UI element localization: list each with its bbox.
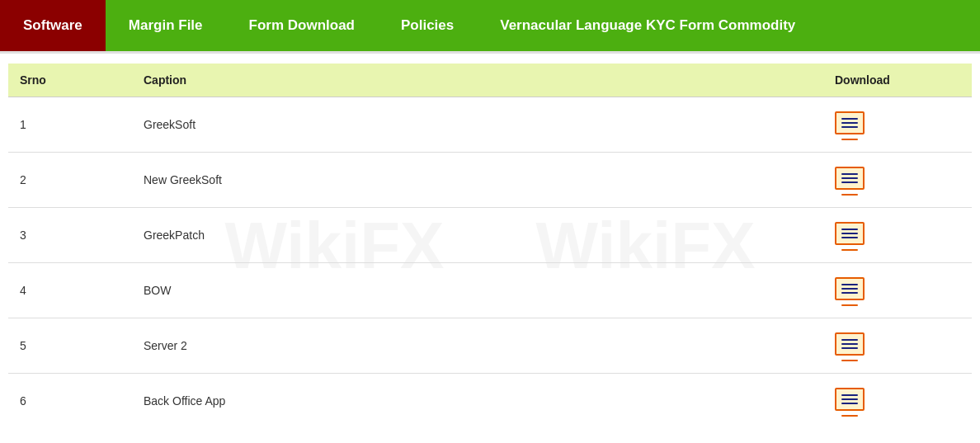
- cell-srno: 6: [8, 374, 132, 429]
- download-button[interactable]: [835, 167, 865, 196]
- cell-download: [823, 374, 972, 429]
- download-button[interactable]: [835, 222, 865, 251]
- nav-item-margin-file[interactable]: Margin File: [106, 0, 226, 51]
- col-header-caption: Caption: [132, 64, 823, 97]
- software-table: Srno Caption Download 1GreekSoft 2New Gr…: [8, 64, 972, 428]
- download-underline: [841, 304, 858, 306]
- cell-download: [823, 263, 972, 318]
- content-area: WikiFX WikiFX Srno Caption Download 1Gre…: [0, 54, 980, 438]
- download-icon: [835, 332, 865, 356]
- download-underline: [841, 249, 858, 251]
- cell-caption: Server 2: [132, 318, 823, 374]
- download-button[interactable]: [835, 277, 865, 306]
- nav-item-software[interactable]: Software: [0, 0, 106, 51]
- cell-caption: BOW: [132, 263, 823, 318]
- table-row: 5Server 2: [8, 318, 972, 374]
- cell-srno: 1: [8, 97, 132, 153]
- nav-item-policies[interactable]: Policies: [378, 0, 477, 51]
- download-icon: [835, 167, 865, 190]
- table-row: 6Back Office App: [8, 374, 972, 429]
- cell-download: [823, 208, 972, 263]
- cell-caption: Back Office App: [132, 374, 823, 429]
- table-row: 4BOW: [8, 263, 972, 318]
- download-underline: [841, 194, 858, 196]
- table-row: 1GreekSoft: [8, 97, 972, 153]
- download-icon: [835, 222, 865, 245]
- cell-srno: 3: [8, 208, 132, 263]
- download-icon: [835, 277, 865, 300]
- download-icon: [835, 111, 865, 134]
- nav-item-form-download[interactable]: Form Download: [226, 0, 378, 51]
- col-header-download: Download: [823, 64, 972, 97]
- download-button[interactable]: [835, 388, 865, 417]
- main-nav: SoftwareMargin FileForm DownloadPolicies…: [0, 0, 980, 54]
- download-button[interactable]: [835, 111, 865, 140]
- download-button[interactable]: [835, 332, 865, 361]
- col-header-srno: Srno: [8, 64, 132, 97]
- nav-item-vernacular[interactable]: Vernacular Language KYC Form Commodity: [477, 0, 818, 51]
- download-icon: [835, 388, 865, 411]
- cell-srno: 5: [8, 318, 132, 374]
- cell-download: [823, 318, 972, 374]
- download-underline: [841, 415, 858, 417]
- cell-download: [823, 97, 972, 153]
- cell-caption: GreekPatch: [132, 208, 823, 263]
- cell-srno: 4: [8, 263, 132, 318]
- cell-download: [823, 153, 972, 208]
- table-row: 3GreekPatch: [8, 208, 972, 263]
- cell-caption: New GreekSoft: [132, 153, 823, 208]
- table-row: 2New GreekSoft: [8, 153, 972, 208]
- cell-srno: 2: [8, 153, 132, 208]
- cell-caption: GreekSoft: [132, 97, 823, 153]
- download-underline: [841, 139, 858, 140]
- download-underline: [841, 360, 858, 361]
